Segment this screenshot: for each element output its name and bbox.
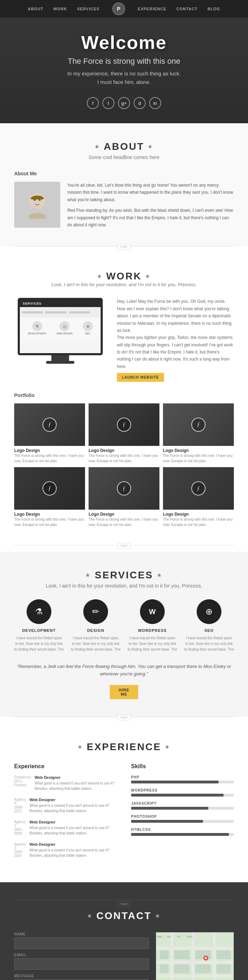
email-label: EMAIL bbox=[14, 953, 149, 957]
services-star-right: ★ bbox=[157, 572, 163, 578]
portfolio-icon-2: ƒ bbox=[117, 418, 131, 432]
skill-javascript-bar-bg bbox=[131, 807, 234, 810]
exp-role-2: Web Designer bbox=[29, 798, 117, 802]
monitor-nav-item3 bbox=[69, 311, 90, 313]
nav-experience[interactable]: EXPERIENCE bbox=[138, 7, 167, 11]
service-design: ✏ DESIGN I have traced the Rebel spies t… bbox=[71, 599, 121, 652]
portfolio-item-6[interactable]: ƒ Logo Design The Force is strong with t… bbox=[163, 467, 234, 527]
development-desc: I have traced the Rebel spies to her. No… bbox=[14, 635, 64, 652]
exp-period-4: Agency Z 2005-2007 bbox=[14, 842, 26, 858]
hire-me-button[interactable]: HIRE ME bbox=[110, 685, 138, 699]
svg-rect-20 bbox=[216, 964, 231, 973]
portfolio-icon-1: ƒ bbox=[43, 418, 57, 432]
nav-blog[interactable]: BLOG bbox=[208, 7, 220, 11]
nav-logo[interactable]: P bbox=[112, 3, 125, 15]
name-input[interactable] bbox=[14, 937, 149, 949]
work-section: ★ WORK ★ Look, I ain't in this for your … bbox=[0, 253, 248, 545]
map-box: Map Sat Ter Earth ©2012 Google Condition… bbox=[156, 932, 234, 980]
experience-title: ★ EXPERIENCE ★ bbox=[14, 741, 234, 752]
exp-details-1: Web Designer What good is a reward if yo… bbox=[35, 775, 117, 791]
development-name: DEVELOPMENT bbox=[14, 628, 64, 633]
skill-photoshop: PHOTOSHOP bbox=[131, 815, 234, 823]
svg-text:Ter: Ter bbox=[177, 935, 180, 938]
skill-wordpress-bar-fill bbox=[131, 794, 224, 797]
exp-jobs-title: Experience bbox=[14, 763, 117, 770]
contact-header: ★ CONTACT ★ bbox=[14, 910, 234, 921]
services-quote: "Remember, a Jedi can feel the Force flo… bbox=[14, 663, 234, 678]
skill-php: PHP bbox=[131, 775, 234, 783]
portfolio-desc-4: The Force is strong with this one. I hav… bbox=[14, 517, 85, 527]
portfolio-thumb-4: ƒ bbox=[14, 467, 85, 510]
seo-name: SEO bbox=[184, 628, 234, 633]
monitor-nav-bar bbox=[20, 307, 101, 318]
about-section: ★ ABOUT ★ Some cool headline comes here … bbox=[0, 123, 248, 246]
svg-rect-12 bbox=[213, 932, 216, 980]
exp-role-1: Web Designer bbox=[35, 775, 117, 780]
skill-photoshop-name: PHOTOSHOP bbox=[131, 815, 234, 818]
work-header: ★ WORK ★ Look, I ain't in this for your … bbox=[14, 270, 234, 287]
monitor-services-row: ⚗ DEVELOPMENT ◱ WEB DESIGN ⊕ SEO bbox=[20, 318, 101, 338]
portfolio-thumb-6: ƒ bbox=[163, 467, 234, 510]
nav-work[interactable]: WORK bbox=[54, 7, 67, 11]
skill-htmlcss-name: HTMLCSS bbox=[131, 828, 234, 832]
skill-javascript: JAVASCRIPT bbox=[131, 802, 234, 810]
work-text-block: Hey, Luke! May the Force be with you. Oh… bbox=[117, 298, 234, 382]
portfolio-title-1: Logo Design bbox=[14, 448, 85, 453]
portfolio-item-1[interactable]: ƒ Logo Design The Force is strong with t… bbox=[14, 403, 85, 464]
form-field-name: NAME bbox=[14, 932, 149, 949]
contact-map: Map Sat Ter Earth ©2012 Google Condition… bbox=[156, 932, 234, 980]
social-googleplus[interactable]: g+ bbox=[118, 97, 130, 109]
portfolio-title-6: Logo Design bbox=[163, 512, 234, 517]
social-linkedin[interactable]: in bbox=[149, 97, 161, 109]
exp-period-3: Agency Y 2007-2009 bbox=[14, 820, 26, 836]
monitor-screen: SERVICES ⚗ DEVELOPMENT ◱ WEB DESI bbox=[20, 300, 101, 353]
hero-title: Welcome bbox=[81, 32, 167, 53]
svg-rect-11 bbox=[192, 932, 194, 980]
nav-about[interactable]: ABOUT bbox=[28, 7, 43, 11]
skill-htmlcss-bar-bg bbox=[131, 833, 234, 836]
services-title: ★ SERVICES ★ bbox=[14, 570, 234, 581]
svg-rect-19 bbox=[195, 964, 211, 973]
experience-header: ★ EXPERIENCE ★ bbox=[14, 741, 234, 752]
wordpress-name: WORDPRESS bbox=[127, 628, 177, 633]
portfolio-item-4[interactable]: ƒ Logo Design The Force is strong with t… bbox=[14, 467, 85, 527]
work-title: ★ WORK ★ bbox=[14, 270, 234, 282]
portfolio-icon-3: ƒ bbox=[191, 418, 205, 432]
svg-point-5 bbox=[43, 198, 46, 203]
portfolio-item-3[interactable]: ƒ Logo Design The Force is strong with t… bbox=[163, 403, 234, 464]
svg-rect-18 bbox=[174, 964, 189, 973]
portfolio-desc-2: The Force is strong with this one. I hav… bbox=[89, 453, 159, 464]
monitor-outer: SERVICES ⚗ DEVELOPMENT ◱ WEB DESI bbox=[18, 298, 103, 355]
skill-javascript-name: JAVASCRIPT bbox=[131, 802, 234, 805]
email-input[interactable] bbox=[14, 958, 149, 970]
nav-services[interactable]: SERVICES bbox=[77, 7, 99, 11]
portfolio-item-2[interactable]: ƒ Logo Design The Force is strong with t… bbox=[89, 403, 159, 464]
top-badge-2: TOP bbox=[0, 542, 248, 548]
hero-subtitle: The Force is strong with this one bbox=[68, 57, 180, 66]
work-star-right: ★ bbox=[145, 274, 151, 279]
design-desc: I have traced the Rebel spies to her. No… bbox=[71, 635, 121, 652]
services-section: ★ SERVICES ★ Look, I ain't in this for y… bbox=[0, 552, 248, 717]
exp-row-1: Freelancer 2011-Present Web Designer Wha… bbox=[14, 775, 117, 791]
launch-website-button[interactable]: LAUNCH WEBSITE bbox=[117, 373, 164, 382]
skill-htmlcss: HTMLCSS bbox=[131, 828, 234, 836]
portfolio-label: Portfolio bbox=[14, 393, 234, 398]
contact-star-left: ★ bbox=[87, 913, 93, 919]
development-icon: ⚗ bbox=[27, 599, 51, 624]
portfolio-item-5[interactable]: ƒ Logo Design The Force is strong with t… bbox=[89, 467, 159, 527]
exp-role-3: Web Designer bbox=[29, 820, 117, 824]
svg-text:Earth: Earth bbox=[187, 935, 193, 938]
portfolio-thumb-3: ƒ bbox=[163, 403, 234, 446]
work-content: SERVICES ⚗ DEVELOPMENT ◱ WEB DESI bbox=[14, 298, 234, 382]
social-twitter[interactable]: t bbox=[102, 97, 114, 109]
social-dribbble[interactable]: d bbox=[134, 97, 146, 109]
exp-row-2: Agency X 2008-2011 Web Designer What goo… bbox=[14, 798, 117, 813]
svg-rect-10 bbox=[170, 932, 173, 980]
exp-row-3: Agency Y 2007-2009 Web Designer What goo… bbox=[14, 820, 117, 836]
portfolio-title-4: Logo Design bbox=[14, 512, 85, 517]
monitor-nav-item1 bbox=[22, 311, 43, 313]
social-facebook[interactable]: f bbox=[87, 97, 99, 109]
nav-contact[interactable]: CONTACT bbox=[176, 7, 198, 11]
services-grid: ⚗ DEVELOPMENT I have traced the Rebel sp… bbox=[14, 599, 234, 652]
exp-role-4: Web Designer bbox=[29, 842, 117, 846]
